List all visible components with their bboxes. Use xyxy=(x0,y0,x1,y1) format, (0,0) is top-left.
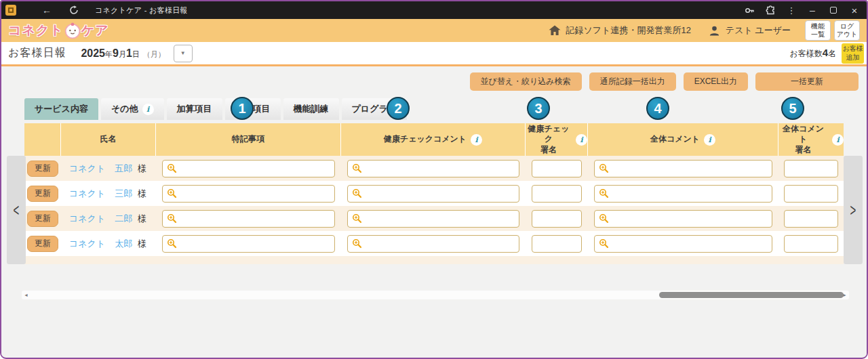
zoom-search-icon[interactable] xyxy=(352,163,362,173)
special-notes-field[interactable] xyxy=(180,161,334,176)
header-health-check-sign: 健康チェック 署名i xyxy=(526,123,588,156)
tab-other[interactable]: その他i xyxy=(101,98,164,120)
overall-comment-input[interactable] xyxy=(594,235,772,253)
scroll-left-button[interactable]: < xyxy=(7,156,26,264)
health-comment-field[interactable] xyxy=(365,161,519,176)
header-update-column xyxy=(24,123,61,156)
date-dropdown-button[interactable]: ▼ xyxy=(174,45,193,62)
overall-comment-field[interactable] xyxy=(612,236,772,251)
excel-export-button[interactable]: EXCEL出力 xyxy=(684,72,748,91)
special-notes-input[interactable] xyxy=(162,160,335,177)
customer-name-link[interactable]: コネクト二郎 xyxy=(69,213,132,225)
honorific-label: 様 xyxy=(138,238,146,250)
health-sign-input[interactable] xyxy=(532,210,582,228)
overall-comment-input[interactable] xyxy=(594,185,772,203)
home-icon xyxy=(549,25,561,36)
zoom-search-icon[interactable] xyxy=(599,213,609,224)
overall-sign-input[interactable] xyxy=(784,160,838,177)
zoom-search-icon[interactable] xyxy=(599,163,609,173)
overall-comment-field[interactable] xyxy=(612,211,772,226)
info-icon[interactable]: i xyxy=(142,104,154,115)
overall-sign-input[interactable] xyxy=(784,185,838,203)
health-comment-input[interactable] xyxy=(347,185,519,203)
info-icon[interactable]: i xyxy=(832,134,844,146)
health-comment-input[interactable] xyxy=(347,210,519,228)
health-comment-input[interactable] xyxy=(347,235,519,253)
extensions-icon[interactable] xyxy=(765,5,776,16)
overall-comment-input[interactable] xyxy=(594,210,772,228)
health-comment-field[interactable] xyxy=(365,186,519,201)
zoom-search-icon[interactable] xyxy=(352,238,362,249)
health-comment-input[interactable] xyxy=(347,160,519,177)
maximize-button[interactable] xyxy=(828,7,839,14)
scrollbar-right-arrow-icon[interactable]: ► xyxy=(842,291,847,299)
zoom-search-icon[interactable] xyxy=(352,213,362,224)
special-notes-input[interactable] xyxy=(162,210,335,228)
health-sign-input[interactable] xyxy=(532,185,582,203)
overall-sign-input[interactable] xyxy=(784,235,838,253)
overall-comment-field[interactable] xyxy=(612,161,772,176)
health-comment-field[interactable] xyxy=(365,236,519,251)
overall-comment-input[interactable] xyxy=(594,160,772,177)
overall-comment-field[interactable] xyxy=(612,186,772,201)
report-date: 2025年9月1日（月） xyxy=(81,47,165,60)
browser-back-icon[interactable]: ← xyxy=(42,5,52,16)
overall-sign-input[interactable] xyxy=(784,210,838,228)
zoom-search-icon[interactable] xyxy=(167,213,177,224)
health-sign-input[interactable] xyxy=(532,160,582,177)
logout-button[interactable]: ログ アウト xyxy=(834,20,860,41)
header-name: 氏名 xyxy=(61,123,156,156)
special-notes-field[interactable] xyxy=(180,186,334,201)
customer-count: お客様数4名 xyxy=(789,47,836,60)
feature-list-button[interactable]: 機能 一覧 xyxy=(805,20,831,41)
browser-refresh-icon[interactable] xyxy=(69,5,79,15)
bulk-update-button[interactable]: 一括更新 xyxy=(755,72,859,91)
info-icon[interactable]: i xyxy=(704,134,715,146)
zoom-search-icon[interactable] xyxy=(599,238,609,249)
browser-menu-icon[interactable]: ⋮ xyxy=(786,5,797,16)
special-notes-input[interactable] xyxy=(162,235,335,253)
add-customer-button[interactable]: お客様 追加 xyxy=(842,43,864,64)
update-button[interactable]: 更新 xyxy=(27,186,58,202)
table-row: 更新 コネクト三郎 様 xyxy=(24,181,844,206)
action-buttons: 並び替え・絞り込み検索 通所記録一括出力 EXCEL出力 一括更新 xyxy=(470,72,859,91)
customer-name-link[interactable]: コネクト太郎 xyxy=(69,238,132,250)
update-button[interactable]: 更新 xyxy=(27,211,58,227)
scrollbar-thumb[interactable] xyxy=(659,292,844,298)
zoom-search-icon[interactable] xyxy=(599,188,609,198)
tab-service-content[interactable]: サービス内容 xyxy=(24,98,98,120)
close-button[interactable]: × xyxy=(849,5,860,16)
special-notes-field[interactable] xyxy=(180,236,334,251)
horizontal-scrollbar[interactable]: ◄ ► xyxy=(22,291,849,299)
zoom-search-icon[interactable] xyxy=(167,163,177,173)
health-sign-input[interactable] xyxy=(532,235,582,253)
tab-functional-training[interactable]: 機能訓練 xyxy=(283,98,339,120)
health-comment-field[interactable] xyxy=(365,211,519,226)
annotation-circle-5: 5 xyxy=(781,97,804,120)
sort-filter-button[interactable]: 並び替え・絞り込み検索 xyxy=(470,72,582,91)
zoom-search-icon[interactable] xyxy=(352,188,362,198)
scroll-right-button[interactable]: > xyxy=(844,156,863,264)
password-key-icon[interactable] xyxy=(744,5,755,16)
header-special-notes: 特記事項 xyxy=(156,123,341,156)
table-row: 更新 コネクト太郎 様 xyxy=(24,231,844,256)
table-row: 更新 コネクト二郎 様 xyxy=(24,206,844,231)
zoom-search-icon[interactable] xyxy=(167,188,177,198)
honorific-label: 様 xyxy=(138,163,146,175)
browser-window: ← コネクトケア - お客様日報 ⋮ – × コネクト ケア xyxy=(0,0,868,359)
zoom-search-icon[interactable] xyxy=(167,238,177,249)
info-icon[interactable]: i xyxy=(576,134,587,146)
visit-record-export-button[interactable]: 通所記録一括出力 xyxy=(589,72,676,91)
update-button[interactable]: 更新 xyxy=(27,236,58,252)
tab-addition-items[interactable]: 加算項目 xyxy=(167,98,222,120)
special-notes-input[interactable] xyxy=(162,185,335,203)
app-logo[interactable]: コネクト ケア xyxy=(8,21,109,40)
customer-name-link[interactable]: コネクト五郎 xyxy=(69,163,132,175)
special-notes-field[interactable] xyxy=(180,211,334,226)
info-icon[interactable]: i xyxy=(471,134,482,146)
scrollbar-left-arrow-icon[interactable]: ◄ xyxy=(24,291,28,299)
update-button[interactable]: 更新 xyxy=(27,161,58,177)
minimize-button[interactable]: – xyxy=(807,5,818,16)
customer-name-link[interactable]: コネクト三郎 xyxy=(69,188,132,200)
daily-report-table: 氏名 特記事項 健康チェックコメントi 健康チェック 署名i 全体コメントi 全… xyxy=(24,123,844,264)
